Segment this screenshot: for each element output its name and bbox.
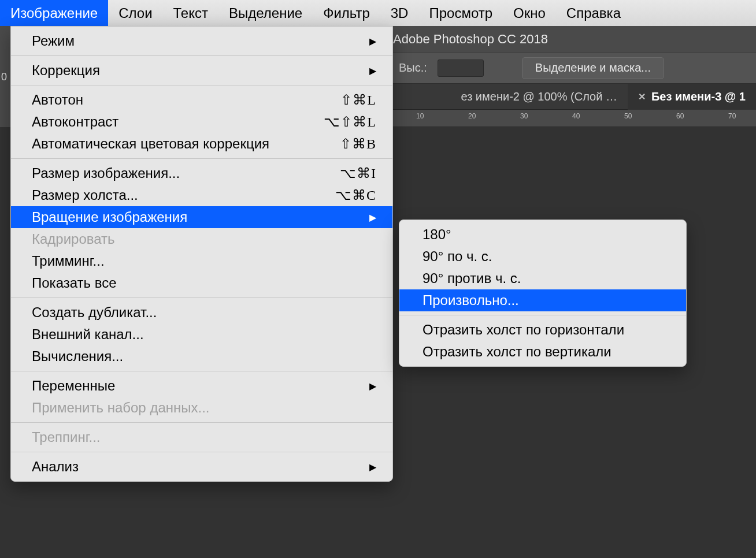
menu-item-label: Автоконтраст: [32, 114, 118, 130]
menu-separator: [11, 371, 392, 371]
ruler-tick: 60: [676, 112, 684, 120]
close-icon[interactable]: ✕: [638, 91, 646, 102]
menu-item-label: 90° по ч. с.: [423, 248, 492, 265]
menu-item: Треппинг...: [11, 426, 392, 448]
image-menu-dropdown: Режим▶Коррекция▶Автотон⇧⌘LАвтоконтраст⌥⇧…: [10, 26, 393, 482]
menu-filter[interactable]: Фильтр: [313, 0, 380, 26]
menubar: Изображение Слои Текст Выделение Фильтр …: [0, 0, 756, 26]
menu-item[interactable]: Режим▶: [11, 30, 392, 52]
menu-item-label: 180°: [423, 226, 451, 243]
menu-separator: [11, 452, 392, 452]
menu-label: Окно: [513, 5, 546, 21]
tab-doc-2[interactable]: ез имени-2 @ 100% (Слой …: [450, 84, 627, 110]
menu-label: Текст: [173, 5, 208, 21]
menu-item-label: Автотон: [32, 92, 83, 108]
menu-item[interactable]: Отразить холст по вертикали: [399, 341, 686, 363]
menu-item-label: Кадрировать: [32, 231, 115, 247]
menu-item-label: Внешний канал...: [32, 326, 144, 343]
menu-label: Выделение: [229, 5, 302, 21]
menu-select[interactable]: Выделение: [218, 0, 313, 26]
menu-help[interactable]: Справка: [556, 0, 631, 26]
ruler-tick: 70: [728, 112, 736, 120]
menu-separator: [11, 297, 392, 298]
menu-item[interactable]: Автотон⇧⌘L: [11, 89, 392, 111]
menu-item[interactable]: Создать дубликат...: [11, 302, 392, 323]
menu-separator: [11, 85, 392, 85]
menu-item-label: Режим: [32, 33, 75, 49]
menu-item: Применить набор данных...: [11, 397, 392, 419]
ruler-tick: 50: [624, 112, 632, 120]
menu-item-shortcut: ⌥⌘C: [335, 187, 376, 203]
height-label: Выс.:: [399, 61, 427, 75]
menu-item[interactable]: Произвольно...: [399, 289, 686, 311]
menu-layers[interactable]: Слои: [108, 0, 162, 26]
tab-doc-3[interactable]: ✕ Без имени-3 @ 1: [628, 84, 756, 110]
menu-item[interactable]: Отразить холст по горизонтали: [399, 319, 686, 341]
menu-item-shortcut: ⇧⌘B: [340, 136, 376, 152]
menu-label: Изображение: [10, 5, 98, 21]
menu-item-shortcut: ⌥⌘I: [340, 165, 376, 181]
menu-item[interactable]: 90° по ч. с.: [399, 245, 686, 267]
menu-item[interactable]: Вращение изображения▶: [11, 206, 392, 228]
menu-item-label: Отразить холст по горизонтали: [423, 322, 624, 338]
submenu-arrow-icon: ▶: [369, 36, 376, 47]
menu-separator: [11, 422, 392, 423]
menu-item[interactable]: Вычисления...: [11, 345, 392, 367]
menu-item-label: Размер холста...: [32, 187, 138, 203]
submenu-arrow-icon: ▶: [369, 65, 376, 76]
menu-item-shortcut: ⌥⇧⌘L: [324, 114, 376, 130]
menu-item[interactable]: Автоконтраст⌥⇧⌘L: [11, 111, 392, 133]
menu-item-label: Анализ: [32, 459, 79, 475]
menu-separator: [399, 315, 686, 315]
menu-item-label: Тримминг...: [32, 253, 105, 269]
menu-item-label: Размер изображения...: [32, 165, 180, 181]
menu-item-label: Отразить холст по вертикали: [423, 344, 612, 360]
ruler-tick: 30: [520, 112, 528, 120]
menu-3d[interactable]: 3D: [380, 0, 419, 26]
ruler-tick: 20: [468, 112, 476, 120]
menu-item-label: Произвольно...: [423, 292, 519, 308]
menu-item[interactable]: Автоматическая цветовая коррекция⇧⌘B: [11, 133, 392, 155]
menu-window[interactable]: Окно: [503, 0, 556, 26]
submenu-arrow-icon: ▶: [369, 212, 376, 223]
tab-label: ез имени-2 @ 100% (Слой …: [461, 90, 617, 103]
menu-item-label: Переменные: [32, 378, 115, 394]
menu-image[interactable]: Изображение: [0, 0, 108, 26]
menu-item[interactable]: Показать все: [11, 272, 392, 294]
menu-item[interactable]: Коррекция▶: [11, 59, 392, 81]
submenu-arrow-icon: ▶: [369, 381, 376, 392]
ruler-tick: 10: [416, 112, 424, 120]
rotation-submenu: 180°90° по ч. с.90° против ч. с.Произвол…: [399, 220, 687, 367]
menu-item: Кадрировать: [11, 228, 392, 250]
menu-label: Фильтр: [323, 5, 370, 21]
menu-item-label: Создать дубликат...: [32, 304, 157, 321]
menu-item[interactable]: 180°: [399, 224, 686, 245]
menu-text[interactable]: Текст: [163, 0, 218, 26]
menu-view[interactable]: Просмотр: [418, 0, 503, 26]
menu-item-label: Вращение изображения: [32, 209, 187, 225]
menu-label: Слои: [118, 5, 152, 21]
menu-item[interactable]: Переменные▶: [11, 375, 392, 397]
menu-item-label: 90° против ч. с.: [423, 270, 521, 287]
menu-item[interactable]: Размер холста...⌥⌘C: [11, 184, 392, 206]
menu-item[interactable]: Размер изображения...⌥⌘I: [11, 162, 392, 184]
menu-item[interactable]: Внешний канал...: [11, 323, 392, 345]
menu-item-label: Применить набор данных...: [32, 400, 210, 416]
select-and-mask-button[interactable]: Выделение и маска...: [522, 57, 664, 79]
button-label: Выделение и маска...: [535, 61, 651, 75]
menu-item[interactable]: Анализ▶: [11, 456, 392, 478]
menu-label: Справка: [566, 5, 621, 21]
menu-label: Просмотр: [429, 5, 492, 21]
height-input[interactable]: [438, 59, 484, 77]
menu-separator: [11, 55, 392, 56]
tab-label: Без имени-3 @ 1: [651, 90, 746, 103]
menu-item[interactable]: 90° против ч. с.: [399, 267, 686, 289]
menu-item[interactable]: Тримминг...: [11, 250, 392, 272]
menu-item-label: Коррекция: [32, 62, 100, 79]
menu-item-label: Вычисления...: [32, 348, 123, 364]
menu-item-shortcut: ⇧⌘L: [340, 92, 376, 108]
menu-item-label: Автоматическая цветовая коррекция: [32, 136, 269, 152]
menu-separator: [11, 158, 392, 159]
ruler-tick: 40: [572, 112, 580, 120]
menu-label: 3D: [391, 5, 409, 21]
